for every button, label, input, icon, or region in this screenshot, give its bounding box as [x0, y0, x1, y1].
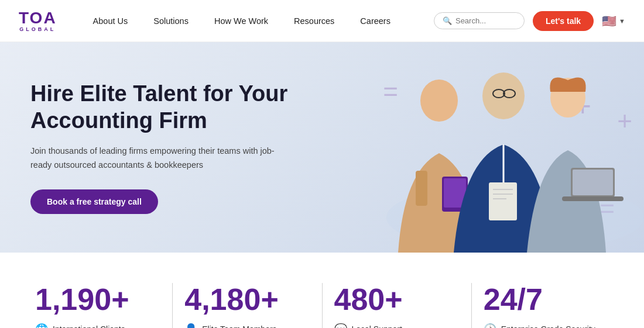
stat-icon-1: 👤 — [184, 323, 197, 328]
stat-label-row-3: 🕐 Enterprise Grade Security — [484, 323, 595, 328]
logo-toa: TOA — [19, 10, 57, 26]
hero-content: Hire Elite Talent for Your Accounting Fi… — [0, 81, 328, 214]
svg-rect-16 — [573, 170, 613, 195]
nav-link-solutions[interactable]: Solutions — [141, 0, 201, 42]
stat-label-row-1: 👤 Elite Team Members — [184, 323, 276, 328]
chevron-down-icon: ▼ — [619, 18, 625, 25]
stat-item-2: 480+ 💬 Local Support — [323, 283, 471, 328]
book-strategy-button[interactable]: Book a free strategy call — [30, 189, 158, 214]
logo[interactable]: TOA GLOBAL — [19, 10, 57, 32]
stat-number-1: 4,180+ — [184, 283, 279, 316]
svg-rect-2 — [416, 171, 427, 206]
stat-label-1: Elite Team Members — [202, 324, 276, 328]
search-input[interactable] — [455, 16, 516, 25]
stats-section: 1,190+ 🌐 International Clients 4,180+ 👤 … — [0, 253, 644, 328]
svg-rect-17 — [562, 196, 624, 201]
nav-link-resources[interactable]: Resources — [281, 0, 347, 42]
stat-label-2: Local Support — [352, 324, 402, 328]
stat-label-row-2: 💬 Local Support — [334, 323, 402, 328]
stat-label-row-0: 🌐 International Clients — [35, 323, 125, 328]
stat-number-2: 480+ — [334, 283, 403, 316]
stat-icon-3: 🕐 — [484, 323, 496, 328]
nav-links: About UsSolutionsHow We WorkResourcesCar… — [80, 0, 434, 42]
stat-label-3: Enterprise Grade Security — [501, 324, 595, 328]
logo-global: GLOBAL — [19, 26, 56, 32]
stat-item-1: 4,180+ 👤 Elite Team Members — [173, 283, 321, 328]
svg-rect-10 — [489, 182, 517, 220]
search-icon: 🔍 — [443, 16, 452, 25]
search-bar[interactable]: 🔍 — [434, 12, 525, 29]
stat-item-0: 1,190+ 🌐 International Clients — [23, 283, 172, 328]
navigation: TOA GLOBAL About UsSolutionsHow We WorkR… — [0, 0, 644, 42]
stat-number-0: 1,190+ — [35, 283, 129, 316]
stat-number-3: 24/7 — [484, 283, 543, 316]
hero-people-svg — [340, 54, 644, 253]
nav-link-careers[interactable]: Careers — [347, 0, 403, 42]
nav-link-about-us[interactable]: About Us — [80, 0, 141, 42]
stat-item-3: 24/7 🕐 Enterprise Grade Security — [472, 283, 621, 328]
nav-link-how-we-work[interactable]: How We Work — [201, 0, 281, 42]
hero-section: Hire Elite Talent for Your Accounting Fi… — [0, 42, 644, 253]
stat-label-0: International Clients — [53, 324, 125, 328]
stat-icon-0: 🌐 — [35, 323, 48, 328]
lets-talk-button[interactable]: Let's talk — [533, 11, 594, 31]
stat-icon-2: 💬 — [334, 323, 347, 328]
svg-point-1 — [420, 80, 458, 122]
hero-title: Hire Elite Talent for Your Accounting Fi… — [30, 81, 297, 134]
language-selector[interactable]: 🇺🇸 ▼ — [602, 14, 625, 28]
nav-right: 🔍 Let's talk 🇺🇸 ▼ — [434, 11, 625, 31]
flag-icon: 🇺🇸 — [602, 14, 616, 28]
hero-subtitle: Join thousands of leading firms empoweri… — [30, 144, 288, 171]
hero-image-area: = + + = — [316, 42, 644, 253]
